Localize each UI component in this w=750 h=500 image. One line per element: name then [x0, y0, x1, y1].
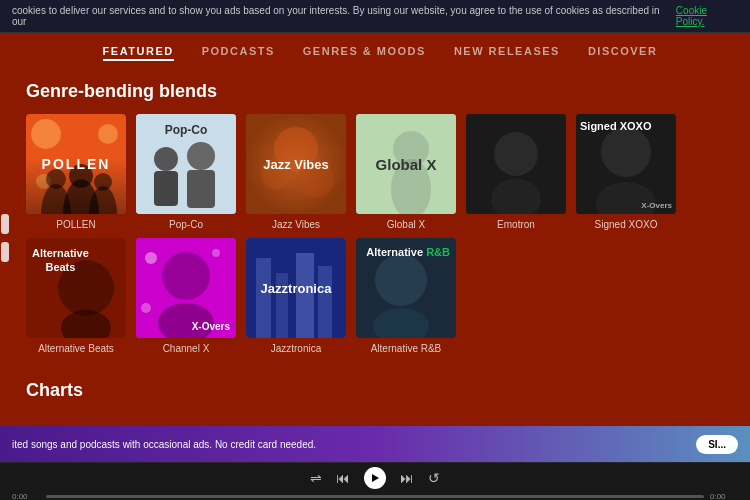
jazztronica-label: Jazztronica	[271, 343, 322, 354]
svg-point-20	[494, 132, 538, 176]
nav-discover[interactable]: DISCOVER	[588, 45, 657, 61]
sidebar	[0, 33, 10, 443]
signup-button[interactable]: SI...	[696, 435, 738, 454]
playlist-signed[interactable]: Signed XOXO X-Overs Signed XOXO	[576, 114, 676, 230]
signup-text: ited songs and podcasts with occasional …	[12, 439, 316, 450]
globalx-label: Global X	[387, 219, 425, 230]
svg-rect-36	[256, 258, 271, 338]
play-button[interactable]	[364, 467, 386, 489]
altbeats-text: AlternativeBeats	[32, 246, 89, 275]
player-progress: 0:00 0:00	[12, 492, 738, 500]
player-bar: ⇌ ⏮ ⏭ ↺ 0:00 0:00	[0, 462, 750, 500]
playlist-globalx[interactable]: Global X Global X	[356, 114, 456, 230]
svg-point-41	[375, 254, 427, 306]
pollen-label: POLLEN	[56, 219, 95, 230]
player-controls: ⇌ ⏮ ⏭ ↺	[12, 467, 738, 489]
svg-point-8	[154, 147, 178, 171]
nav-newreleases[interactable]: NEW RELEASES	[454, 45, 560, 61]
svg-point-33	[141, 303, 151, 313]
prev-icon[interactable]: ⏮	[336, 470, 350, 486]
svg-rect-9	[154, 171, 178, 206]
time-total: 0:00	[710, 492, 738, 500]
nav-genres[interactable]: GENRES & MOODS	[303, 45, 426, 61]
playlist-emotron[interactable]: Emotron Emotron	[466, 114, 566, 230]
svg-marker-43	[372, 474, 379, 482]
playlist-pollen[interactable]: POLLEN	[26, 114, 126, 230]
main-nav: FEATURED PODCASTS GENRES & MOODS NEW REL…	[10, 33, 750, 71]
signed-sub: X-Overs	[641, 201, 672, 210]
section-title: Genre-bending blends	[26, 81, 734, 102]
signed-text: Signed XOXO	[580, 120, 652, 132]
playlist-jazz[interactable]: Jazz Vibes Jazz Vibes	[246, 114, 346, 230]
cookie-banner: cookies to deliver our services and to s…	[0, 0, 750, 33]
shuffle-icon[interactable]: ⇌	[310, 470, 322, 486]
altrnb-label: Alternative R&B	[371, 343, 442, 354]
jazz-text: Jazz Vibes	[263, 157, 329, 172]
jazztronica-text: Jazztronica	[261, 281, 332, 296]
playlist-altrnb[interactable]: S Alternative R&B Alternative R&B	[356, 238, 456, 354]
svg-point-29	[162, 252, 210, 300]
pollen-text: POLLEN	[42, 156, 111, 172]
signup-bar: ited songs and podcasts with occasional …	[0, 426, 750, 462]
cookie-text: cookies to deliver our services and to s…	[12, 5, 672, 27]
next-icon[interactable]: ⏭	[400, 470, 414, 486]
cookie-link[interactable]: Cookie Policy.	[676, 5, 738, 27]
playlist-jazztronica[interactable]: S Jazztronica	[246, 238, 346, 354]
globalx-text: Global X	[376, 156, 437, 173]
altbeats-label: Alternative Beats	[38, 343, 114, 354]
emotron-label: Emotron	[497, 219, 535, 230]
playlist-row-2: S AlternativeBeats Alternative Beats	[26, 238, 734, 354]
playlist-row-1: POLLEN	[26, 114, 734, 230]
genre-section: Genre-bending blends POLLEN	[10, 71, 750, 372]
svg-point-31	[145, 252, 157, 264]
svg-rect-11	[187, 170, 215, 208]
time-current: 0:00	[12, 492, 40, 500]
svg-rect-39	[318, 266, 332, 338]
repeat-icon[interactable]: ↺	[428, 470, 440, 486]
charts-title: Charts	[10, 372, 750, 405]
nav-podcasts[interactable]: PODCASTS	[202, 45, 275, 61]
jazz-label: Jazz Vibes	[272, 219, 320, 230]
svg-rect-38	[296, 253, 314, 338]
playlist-altbeats[interactable]: S AlternativeBeats Alternative Beats	[26, 238, 126, 354]
playlist-popco[interactable]: Pop-Co Pop-Co	[136, 114, 236, 230]
svg-point-1	[46, 169, 66, 189]
progress-bar[interactable]	[46, 495, 704, 498]
playlist-channelx[interactable]: S X-Overs	[136, 238, 236, 354]
sidebar-dot-1	[1, 214, 9, 234]
channelx-label: Channel X	[163, 343, 210, 354]
altrnb-text: Alternative R&B	[366, 246, 450, 258]
svg-point-23	[601, 127, 651, 177]
signed-label: Signed XOXO	[595, 219, 658, 230]
sidebar-dot-2	[1, 242, 9, 262]
svg-text:Pop-Co: Pop-Co	[165, 123, 208, 137]
main-content: FEATURED PODCASTS GENRES & MOODS NEW REL…	[10, 33, 750, 443]
svg-point-10	[187, 142, 215, 170]
channelx-xovers: X-Overs	[192, 321, 230, 332]
svg-point-5	[94, 173, 112, 191]
popco-label: Pop-Co	[169, 219, 203, 230]
svg-point-32	[212, 249, 220, 257]
nav-featured[interactable]: FEATURED	[103, 45, 174, 61]
